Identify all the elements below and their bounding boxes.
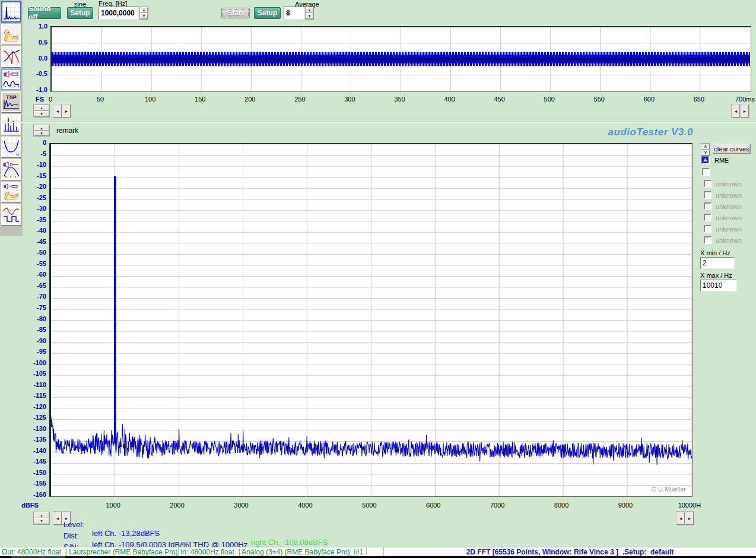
fft-analyzer-icon[interactable] (1, 1, 21, 23)
xmax-input[interactable]: 10010 (700, 280, 737, 291)
fft-x-tick: 5000 (351, 502, 387, 509)
wave-zoom-spinner[interactable]: ▲ ▼ (33, 104, 50, 118)
waterfall-3d-icon[interactable] (1, 24, 21, 45)
curve-b-checkbox[interactable] (702, 168, 710, 176)
dbfs-axis-label: dBFS (21, 502, 39, 509)
wave-zoom-up-icon[interactable]: ▲ (34, 105, 49, 111)
unknown-curve-checkbox[interactable] (704, 191, 711, 199)
clear-curves-button[interactable]: clear curves (713, 144, 751, 154)
fft-y-tick: -35 (23, 216, 46, 223)
fft-x-tick: 3000 (224, 502, 259, 509)
remark-spin-up-icon[interactable]: ▲ (34, 125, 49, 131)
wave-scroll-left-icon[interactable]: ◄ (53, 104, 62, 118)
level-right-value: right Ch. -108,08dBFS (251, 538, 328, 547)
wave-x-tick: 550 (585, 96, 614, 103)
impedance-measure-icon[interactable] (1, 69, 21, 90)
status-input-device: In: 48000Hz float | Analog (3+4) (RME Ba… (179, 547, 367, 556)
spectrum-peaks-icon[interactable] (1, 114, 21, 135)
fft-y-tick: -25 (23, 194, 46, 201)
unknown-curve-checkbox[interactable] (704, 236, 711, 244)
unknown-curve-checkbox[interactable] (704, 202, 711, 210)
freq-input[interactable]: 1000,0000 (99, 7, 139, 20)
status-bar: Out: 48000Hz float | Lautsprecher (RME B… (0, 547, 756, 556)
fft-x-tick: 4000 (287, 502, 323, 509)
analyzer-setup-button[interactable]: Setup (254, 7, 281, 19)
fft-scroll-right2-icon[interactable]: ► (685, 512, 694, 525)
remark-spinner[interactable]: ▲ ▼ (33, 125, 50, 137)
fft-y-tick: -20 (23, 183, 46, 190)
unknown-curve-checkbox[interactable] (704, 180, 711, 188)
fft-scroll-left2-icon[interactable]: ◄ (676, 512, 685, 525)
wave-scroll-left2-icon[interactable]: ◄ (732, 104, 740, 118)
fft-x-tick: 8000 (544, 502, 579, 509)
wave-x-tick: 600 (634, 96, 664, 103)
fft-y-tick: -130 (23, 425, 46, 432)
average-spin-down-icon[interactable]: ▼ (306, 13, 313, 19)
fft-zoom-spinner[interactable]: ▲ ▼ (33, 512, 50, 525)
svg-text:ω: ω (16, 151, 19, 156)
wave-x-tick: 100 (135, 96, 165, 103)
fft-y-tick: -120 (23, 403, 46, 410)
fft-y-tick: -95 (23, 348, 46, 355)
average-spinner[interactable]: ▲ ▼ (305, 7, 314, 20)
fft-y-tick: -145 (23, 458, 46, 465)
wave-y-tick: 0,5 (24, 39, 47, 46)
start-button[interactable]: Start (221, 8, 250, 18)
fft-y-tick: -5 (23, 150, 46, 157)
frequency-sweep-icon[interactable] (1, 46, 21, 68)
unknown-curve-label: unknown (716, 237, 742, 244)
wave-scroll-right2-icon[interactable]: ► (741, 104, 749, 118)
curve-a-checkbox[interactable]: A (701, 156, 710, 164)
fft-x-tick: 9000 (608, 502, 643, 509)
wave-x-tick: 350 (385, 96, 415, 103)
svg-text:© U.Mueller: © U.Mueller (652, 486, 687, 493)
freq-spin-down-icon[interactable]: ▼ (140, 13, 148, 19)
wave-zoom-down-icon[interactable]: ▼ (34, 111, 49, 117)
fft-y-tick: -100 (23, 359, 46, 366)
app-title: audioTester V3.0 (534, 126, 693, 138)
rt60-omega-icon[interactable]: ω (1, 137, 21, 158)
fft-y-tick: -150 (23, 469, 46, 476)
sound-off-button[interactable]: Sound off (28, 7, 61, 19)
fft-y-tick: -10 (23, 161, 46, 168)
unknown-curve-checkbox[interactable] (704, 214, 711, 221)
fft-y-tick: -85 (23, 326, 46, 333)
fft-scroll-left-icon[interactable]: ◄ (53, 512, 62, 525)
unknown-curve-label: unknown (716, 192, 742, 199)
speaker-waterfall-icon[interactable] (1, 182, 21, 203)
fft-y-tick: -90 (23, 337, 46, 344)
fft-zoom-up-icon[interactable]: ▲ (34, 512, 49, 518)
wave-scroll-right-icon[interactable]: ► (62, 104, 71, 118)
curve-spin-down-icon[interactable]: ∨ (701, 150, 710, 156)
fft-x-end-tick: 10000H (672, 502, 707, 509)
xmin-input[interactable]: 2 (700, 257, 735, 269)
unknown-curve-label: unknown (716, 203, 742, 210)
fft-y-tick: -140 (23, 447, 46, 454)
wave-y-tick: -1,0 (24, 86, 47, 93)
generator-setup-button[interactable]: Setup (67, 7, 93, 19)
status-fft-info: 2D FFT [65536 Points, Window: Rife Vince… (384, 547, 756, 556)
curve-list-spinner[interactable]: ∧ ∨ (701, 143, 710, 155)
fft-y-tick: -60 (23, 271, 46, 278)
speaker-response-icon[interactable] (1, 159, 21, 180)
fft-y-tick: -45 (23, 238, 46, 245)
unknown-curve-checkbox[interactable] (704, 225, 711, 233)
remark-label: remark (56, 126, 78, 135)
tsp-measure-icon[interactable]: TSP (1, 91, 21, 113)
wave-x-tick: 50 (85, 96, 115, 103)
fft-y-tick: -30 (23, 205, 46, 212)
fft-zoom-down-icon[interactable]: ▼ (34, 518, 49, 524)
freq-spin-up-icon[interactable]: ▲ (140, 7, 148, 13)
curve-spin-up-icon[interactable]: ∧ (701, 144, 710, 150)
fft-y-tick: 0 (23, 139, 46, 146)
average-input[interactable]: 8 (284, 7, 304, 20)
fft-y-tick: -135 (23, 436, 46, 443)
fft-y-tick: -70 (23, 293, 46, 300)
fft-x-tick: 7000 (479, 502, 515, 509)
freq-spinner[interactable]: ▲ ▼ (139, 7, 148, 20)
level-label: Level: (63, 520, 84, 529)
fft-y-tick: -75 (23, 304, 46, 311)
signal-scope-icon[interactable] (1, 204, 21, 226)
average-spin-up-icon[interactable]: ▲ (306, 7, 313, 13)
remark-spin-down-icon[interactable]: ▼ (34, 131, 49, 136)
